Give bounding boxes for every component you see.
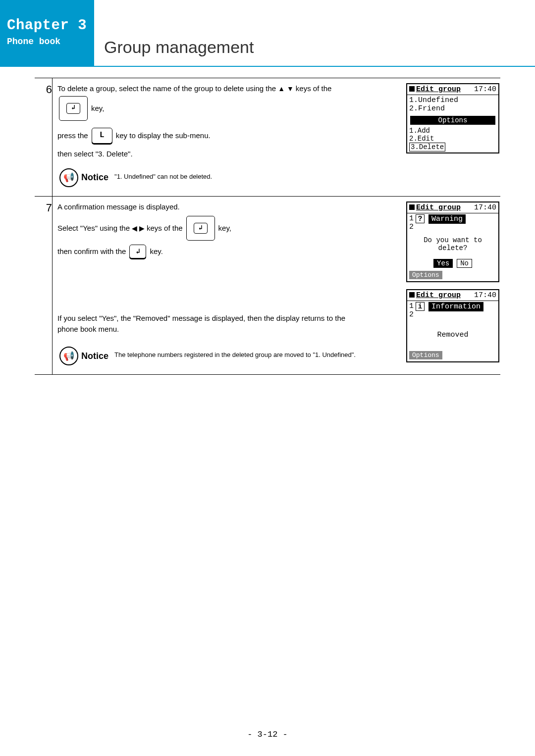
screen-time: 17:40 <box>474 85 496 94</box>
phone-screen-delete-confirm: Edit group 17:40 1 2 ?Warning Do you w <box>406 202 499 282</box>
step-7-number: 7 <box>35 197 53 374</box>
info-icon: i <box>416 302 425 311</box>
text: then select "3. Delete". <box>57 149 396 159</box>
screen-title: Edit group <box>416 85 461 94</box>
text: press the <box>57 130 88 141</box>
screen-row-num: 1 <box>409 302 414 310</box>
step-6-side: Edit group 17:40 1.Undefined 2.Friend Op… <box>401 78 500 196</box>
text: To delete a group, select the name of th… <box>57 83 276 94</box>
screen-option-item-selected: 3.Delete <box>409 143 445 151</box>
screen-row-num: 2 <box>409 310 414 319</box>
screen-option-item: 2.Edit <box>409 135 496 143</box>
screen-time: 17:40 <box>474 291 496 300</box>
notice-text: "1. Undefined" can not be deleted. <box>114 168 212 182</box>
text: Select "Yes" using the <box>57 223 130 234</box>
phone-screen-edit-group: Edit group 17:40 1.Undefined 2.Friend Op… <box>406 83 499 153</box>
screen-title: Edit group <box>416 203 461 212</box>
text: key, <box>218 223 231 234</box>
screen-row-num: 1 <box>409 214 414 223</box>
chapter-title: Chapter 3 <box>7 17 87 34</box>
question-icon: ? <box>416 214 425 223</box>
down-triangle-icon: ▼ <box>287 84 294 94</box>
up-triangle-icon: ▲ <box>278 84 285 94</box>
step-7-side: Edit group 17:40 1 2 ?Warning Do you w <box>401 197 500 374</box>
notice-icon: 📢 <box>59 168 78 187</box>
screen-msg: Removed <box>410 331 495 339</box>
screen-warning-bar: Warning <box>428 214 466 224</box>
notice-block: 📢 Notice The telephone numbers registere… <box>59 347 396 365</box>
text: If you select "Yes", the "Removed" messa… <box>57 313 396 324</box>
screen-time: 17:40 <box>474 203 496 212</box>
section-title: Group management <box>94 0 535 67</box>
notice-text: The telephone numbers registered in the … <box>114 347 356 360</box>
left-triangle-icon: ◀ <box>132 223 137 233</box>
text: key. <box>150 246 162 257</box>
enter-key-icon: ↲ <box>186 216 215 241</box>
screen-yes-button: Yes <box>433 259 453 268</box>
page-number: - 3-12 - <box>0 730 535 739</box>
text: key, <box>91 103 104 114</box>
l-key-icon: L <box>92 128 112 144</box>
screen-msg: Do you want to <box>410 236 495 244</box>
screen-option-item: 1.Add <box>409 127 496 135</box>
right-triangle-icon: ▶ <box>139 223 145 233</box>
step-6-number: 6 <box>35 78 53 196</box>
enter-key-icon: ↲ <box>129 245 146 258</box>
screen-footer: Options <box>409 271 442 279</box>
text: keys of the <box>147 223 183 234</box>
text: phone book menu. <box>57 324 396 335</box>
step-7-body: A confirmation message is displayed. Sel… <box>53 197 401 374</box>
screen-msg: delete? <box>410 244 495 252</box>
enter-key-icon: ↲ <box>59 96 88 121</box>
screen-item: 1.Undefined <box>409 96 496 104</box>
screen-info-bar: Information <box>428 302 483 311</box>
step-7-row: 7 A confirmation message is displayed. S… <box>35 196 500 375</box>
text: A confirmation message is displayed. <box>57 202 396 212</box>
screen-title: Edit group <box>416 291 461 300</box>
notice-label: Notice <box>81 171 108 184</box>
step-6-row: 6 To delete a group, select the name of … <box>35 78 500 196</box>
screen-options-bar: Options <box>410 116 495 125</box>
phone-screen-removed: Edit group 17:40 1 2 iInformation Remo <box>406 289 499 362</box>
screen-row-num: 2 <box>409 223 414 231</box>
screen-no-button: No <box>457 259 472 268</box>
text: key to display the sub-menu. <box>116 130 211 141</box>
text: then confirm with the <box>57 246 126 257</box>
notice-icon: 📢 <box>59 347 78 365</box>
step-6-body: To delete a group, select the name of th… <box>53 78 401 196</box>
notice-label: Notice <box>81 350 108 362</box>
chapter-block: Chapter 3 Phone book <box>0 0 94 67</box>
screen-item: 2.Friend <box>409 104 496 113</box>
chapter-subtitle: Phone book <box>7 37 87 47</box>
text: keys of the <box>296 83 332 94</box>
screen-footer: Options <box>409 351 442 359</box>
notice-block: 📢 Notice "1. Undefined" can not be delet… <box>59 168 396 187</box>
page-header: Chapter 3 Phone book Group management <box>0 0 535 67</box>
